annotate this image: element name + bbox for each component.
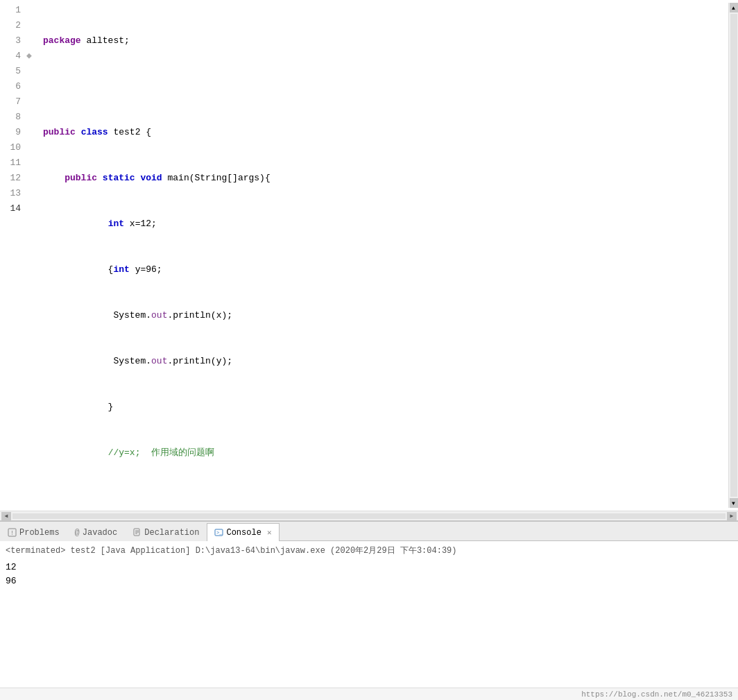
tab-console[interactable]: >_ Console ✕ <box>207 523 279 541</box>
console-output-area: <terminated> test2 [Java Application] D:… <box>0 541 738 688</box>
tab-javadoc-label: Javadoc <box>83 528 117 538</box>
svg-text:!: ! <box>10 530 14 537</box>
line-num-8: 8 <box>0 110 21 125</box>
code-line-9: } <box>43 400 728 415</box>
bottom-panel: ! Problems @ Javadoc Declaration >_ C <box>0 521 738 688</box>
code-editor[interactable]: 1 2 3 4 5 6 7 8 9 10 11 12 13 14 ◆ <box>0 0 738 521</box>
scroll-up-button[interactable]: ▲ <box>730 3 738 12</box>
tab-javadoc[interactable]: @ Javadoc <box>67 523 126 541</box>
line-num-11: 11 <box>0 155 21 171</box>
scroll-down-button[interactable]: ▼ <box>730 498 738 508</box>
at-icon: @ <box>75 528 80 538</box>
code-line-5: int x=12; <box>43 216 728 232</box>
code-line-7: System.out.println(x); <box>43 308 728 323</box>
line-num-6: 6 <box>0 79 21 94</box>
url-bar: https://blog.csdn.net/m0_46213353 <box>0 688 738 700</box>
tab-bar: ! Problems @ Javadoc Declaration >_ C <box>0 522 738 541</box>
line-num-10: 10 <box>0 140 21 155</box>
svg-text:>_: >_ <box>216 530 223 536</box>
tab-declaration-label: Declaration <box>144 528 199 538</box>
line-num-1: 1 <box>0 3 21 18</box>
warning-icon: ! <box>8 528 17 537</box>
scroll-right-button[interactable]: ▶ <box>727 512 737 520</box>
line-num-2: 2 <box>0 18 21 33</box>
doc-icon <box>132 528 141 537</box>
code-line-2 <box>43 79 728 94</box>
code-line-6: {int y=96; <box>43 262 728 278</box>
line-num-5: 5 <box>0 64 21 79</box>
fold-indicators: ◆ <box>26 3 37 508</box>
line-num-4: 4 <box>0 49 21 64</box>
console-output-96: 96 <box>6 574 732 588</box>
line-num-7: 7 <box>0 94 21 110</box>
code-line-3: public class test2 { <box>43 125 728 140</box>
code-line-1: package alltest; <box>43 33 728 49</box>
tab-console-label: Console <box>226 528 261 538</box>
code-line-11 <box>43 491 728 506</box>
code-text[interactable]: package alltest; public class test2 { pu… <box>37 3 728 508</box>
tab-problems[interactable]: ! Problems <box>0 523 67 541</box>
tab-declaration[interactable]: Declaration <box>125 523 207 541</box>
scroll-track-vertical <box>730 14 737 497</box>
code-line-10: //y=x; 作用域的问题啊 <box>43 445 728 461</box>
vertical-scrollbar[interactable]: ▲ ▼ <box>728 3 738 508</box>
console-icon: >_ <box>214 528 223 537</box>
line-num-3: 3 <box>0 33 21 49</box>
horizontal-scrollbar[interactable]: ◀ ▶ <box>0 511 738 520</box>
code-line-4: public static void main(String[]args){ <box>43 171 728 186</box>
console-output-12: 12 <box>6 561 732 574</box>
line-numbers: 1 2 3 4 5 6 7 8 9 10 11 12 13 14 <box>0 3 26 508</box>
console-terminated-line: <terminated> test2 [Java Application] D:… <box>6 544 732 558</box>
scroll-left-button[interactable]: ◀ <box>1 512 11 520</box>
scroll-track-horizontal <box>12 513 726 519</box>
console-close-button[interactable]: ✕ <box>267 528 272 537</box>
line-num-12: 12 <box>0 171 21 186</box>
url-text: https://blog.csdn.net/m0_46213353 <box>581 690 732 699</box>
line-num-9: 9 <box>0 125 21 140</box>
line-num-13: 13 <box>0 186 21 201</box>
code-line-8: System.out.println(y); <box>43 354 728 369</box>
tab-problems-label: Problems <box>19 528 60 538</box>
line-num-14: 14 <box>0 201 21 216</box>
